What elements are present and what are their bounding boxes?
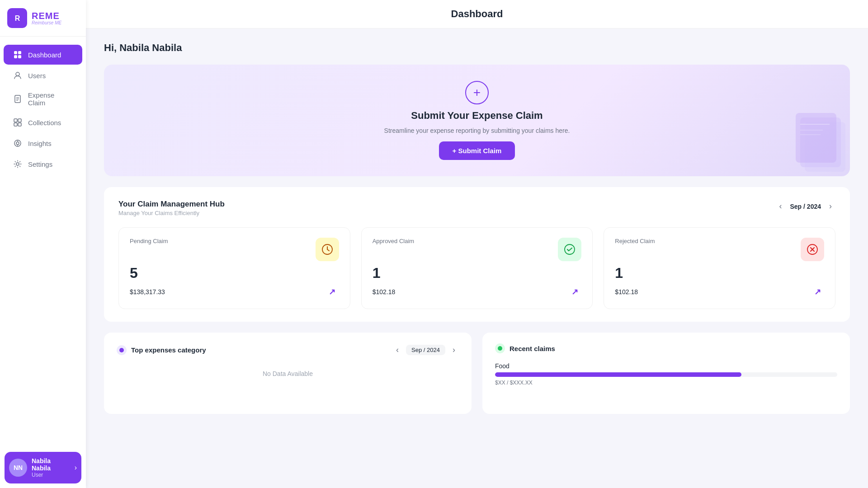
recent-claim-progress-fill <box>495 372 741 377</box>
expense-claim-label: Expense Claim <box>28 91 73 107</box>
submit-claim-button[interactable]: + Submit Claim <box>439 141 515 160</box>
top-expenses-month-nav: ‹ Sep / 2024 › <box>392 343 459 357</box>
hub-title: Your Claim Management Hub <box>118 200 225 209</box>
rejected-count: 1 <box>615 265 824 282</box>
recent-claims-dot <box>495 343 505 353</box>
banner-decoration <box>796 104 850 176</box>
submit-banner: + Submit Your Expense Claim Streamline y… <box>104 65 850 176</box>
svg-text:R: R <box>15 14 20 22</box>
approved-card-header: Approved Claim <box>373 238 582 261</box>
app-tagline: Reimburse ME <box>32 20 61 25</box>
sidebar-item-insights[interactable]: Insights <box>4 133 82 153</box>
approved-icon <box>558 238 581 261</box>
sidebar-item-dashboard[interactable]: Dashboard <box>4 45 82 65</box>
hub-month-nav: ‹ Sep / 2024 › <box>776 200 836 213</box>
rejected-icon <box>801 238 824 261</box>
nav-menu: Dashboard Users Expense Claim <box>0 37 86 447</box>
recent-claim-item: Food $XX / $XXX.XX <box>495 362 837 386</box>
svg-point-16 <box>16 142 19 145</box>
top-expenses-prev-button[interactable]: ‹ <box>392 343 402 357</box>
hub-next-month-button[interactable]: › <box>826 200 835 213</box>
approved-claim-card: Approved Claim 1 $102.18 ↗ <box>361 227 593 309</box>
hub-header: Your Claim Management Hub Manage Your Cl… <box>118 200 835 216</box>
pending-label: Pending Claim <box>130 238 168 244</box>
rejected-link[interactable]: ↗ <box>811 285 824 299</box>
app-name: REME <box>32 11 61 20</box>
main-body: Hi, Nabila Nabila + Submit Your Expense … <box>86 28 868 427</box>
rejected-card-header: Rejected Claim <box>615 238 824 261</box>
sidebar: R REME Reimburse ME Dashboard <box>0 0 86 488</box>
main-content: Dashboard Hi, Nabila Nabila + Submit You… <box>86 0 868 488</box>
banner-plus-icon: + <box>465 81 489 104</box>
logo-area: R REME Reimburse ME <box>0 0 86 37</box>
top-expenses-no-data: No Data Available <box>117 370 459 377</box>
settings-label: Settings <box>28 160 52 168</box>
pending-amount: $138,317.33 <box>130 288 165 296</box>
hub-titles: Your Claim Management Hub Manage Your Cl… <box>118 200 225 216</box>
rejected-claim-card: Rejected Claim 1 $102.18 ↗ <box>604 227 835 309</box>
rejected-footer: $102.18 ↗ <box>615 285 824 299</box>
collections-label: Collections <box>28 119 61 127</box>
recent-claims-card: Recent claims Food $XX / $XXX.XX <box>482 333 850 414</box>
svg-rect-11 <box>14 119 17 122</box>
approved-link[interactable]: ↗ <box>568 285 581 299</box>
rejected-label: Rejected Claim <box>615 238 655 244</box>
top-expenses-dot <box>117 345 127 355</box>
svg-rect-2 <box>14 51 17 54</box>
svg-rect-14 <box>18 123 21 126</box>
banner-title: Submit Your Expense Claim <box>411 110 542 122</box>
svg-point-6 <box>16 72 19 76</box>
svg-rect-22 <box>796 113 836 163</box>
recent-claims-header: Recent claims <box>495 343 837 353</box>
approved-amount: $102.18 <box>373 288 396 296</box>
expense-claim-icon <box>13 94 23 104</box>
hub-subtitle: Manage Your Claims Efficiently <box>118 210 225 216</box>
rejected-amount: $102.18 <box>615 288 638 296</box>
pending-link[interactable]: ↗ <box>326 285 339 299</box>
logo-icon: R <box>7 8 27 28</box>
pending-count: 5 <box>130 265 339 282</box>
user-profile[interactable]: NN Nabila Nabila User › <box>5 452 81 483</box>
hub-month-label: Sep / 2024 <box>790 203 821 210</box>
svg-rect-4 <box>14 55 17 58</box>
sidebar-item-users[interactable]: Users <box>4 66 82 85</box>
claim-hub-section: Your Claim Management Hub Manage Your Cl… <box>104 187 850 322</box>
sidebar-item-expense-claim[interactable]: Expense Claim <box>4 86 82 112</box>
svg-rect-3 <box>18 51 21 54</box>
top-expenses-month-label: Sep / 2024 <box>406 345 445 355</box>
pending-card-header: Pending Claim <box>130 238 339 261</box>
pending-footer: $138,317.33 ↗ <box>130 285 339 299</box>
user-info: Nabila Nabila User <box>32 457 70 478</box>
pending-icon <box>316 238 339 261</box>
recent-claim-label: Food <box>495 362 837 370</box>
sidebar-item-settings[interactable]: Settings <box>4 154 82 174</box>
bottom-row: Top expenses category ‹ Sep / 2024 › No … <box>104 333 850 414</box>
page-header: Dashboard <box>86 0 868 28</box>
settings-icon <box>13 159 23 169</box>
greeting: Hi, Nabila Nabila <box>104 42 850 54</box>
svg-rect-12 <box>18 119 21 122</box>
svg-rect-5 <box>18 55 21 58</box>
recent-claim-amount: $XX / $XXX.XX <box>495 380 837 386</box>
claim-cards: Pending Claim 5 $138,317.33 ↗ <box>118 227 835 309</box>
top-expenses-title: Top expenses category <box>117 345 206 355</box>
hub-prev-month-button[interactable]: ‹ <box>776 200 786 213</box>
users-label: Users <box>28 72 46 80</box>
approved-label: Approved Claim <box>373 238 415 244</box>
banner-description: Streamline your expense reporting by sub… <box>384 127 570 134</box>
insights-icon <box>13 138 23 148</box>
approved-footer: $102.18 ↗ <box>373 285 582 299</box>
top-expenses-header: Top expenses category ‹ Sep / 2024 › <box>117 343 459 357</box>
sidebar-item-collections[interactable]: Collections <box>4 113 82 132</box>
recent-claim-progress-bar <box>495 372 837 377</box>
user-name: Nabila Nabila <box>32 457 70 472</box>
user-role: User <box>32 472 70 478</box>
dashboard-icon <box>13 50 23 60</box>
dashboard-label: Dashboard <box>28 51 61 59</box>
top-expenses-next-button[interactable]: › <box>449 343 459 357</box>
users-icon <box>13 70 23 80</box>
insights-label: Insights <box>28 140 52 147</box>
svg-point-19 <box>16 163 19 165</box>
recent-claims-title: Recent claims <box>495 343 555 353</box>
avatar: NN <box>9 459 27 477</box>
